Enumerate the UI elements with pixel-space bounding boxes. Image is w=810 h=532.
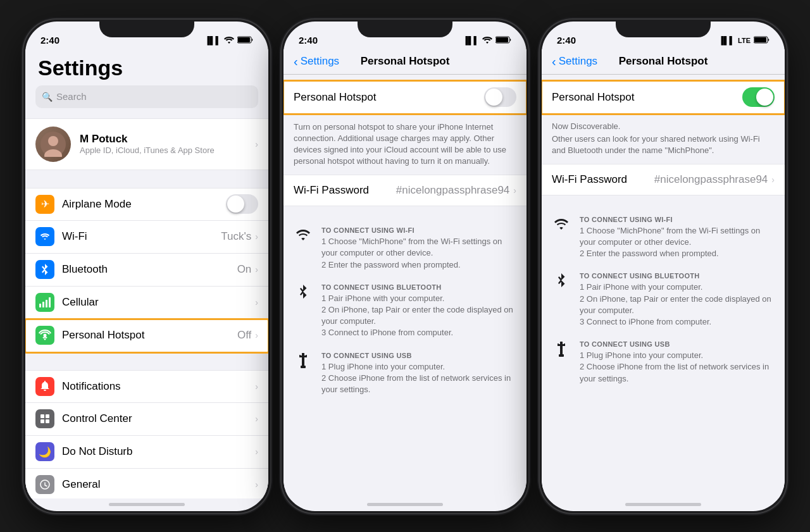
svg-rect-6 [42, 302, 44, 307]
connect-bt-3: TO CONNECT USING BLUETOOTH 1 Pair iPhone… [552, 272, 775, 328]
settings-cell-notifications[interactable]: Notifications › [25, 370, 268, 403]
status-icons-3: ▐▌▌ LTE [719, 36, 770, 46]
nav-back-chevron-3: ‹ [552, 54, 556, 69]
hotspot-toggle-2[interactable] [484, 87, 516, 107]
cellular-label: Cellular [62, 296, 255, 309]
settings-cell-general[interactable]: General › [25, 469, 268, 498]
separator-1 [25, 352, 268, 370]
search-icon: 🔍 [42, 92, 53, 102]
cellular-chevron: › [255, 297, 258, 307]
settings-cell-hotspot[interactable]: Personal Hotspot Off › [25, 319, 268, 352]
usb-connect-text-2: TO CONNECT USING USB 1 Plug iPhone into … [321, 352, 516, 396]
account-chevron: › [255, 139, 258, 149]
svg-point-9 [44, 334, 47, 337]
notch-1 [99, 20, 194, 37]
general-icon [35, 475, 54, 494]
wifi-password-label-3: Wi-Fi Password [552, 173, 654, 186]
svg-rect-10 [40, 414, 44, 418]
wifi-connect-text-3: TO CONNECT USING WI-FI 1 Choose "MichPho… [580, 216, 775, 260]
battery-icon-3 [754, 36, 770, 46]
wifi-password-chevron-2: › [513, 185, 516, 195]
svg-point-3 [48, 136, 58, 146]
notifications-chevron: › [255, 381, 258, 392]
bt-step-3-3: 3 Connect to iPhone from computer. [580, 316, 775, 328]
settings-cell-dnd[interactable]: 🌙 Do Not Disturb › [25, 436, 268, 469]
cellular-icon [35, 293, 54, 312]
settings-section-2: Notifications › Con [25, 370, 268, 498]
bt-connect-text-3: TO CONNECT USING BLUETOOTH 1 Pair iPhone… [580, 272, 775, 328]
connect-section-3: TO CONNECT USING WI-FI 1 Choose "MichPho… [542, 206, 785, 407]
hotspot-chevron: › [255, 330, 258, 340]
account-name: M Potuck [80, 133, 255, 145]
bt-step-2-2: 2 On iPhone, tap Pair or enter the code … [321, 304, 516, 327]
usb-step-2-3: 2 Choose iPhone from the list of network… [580, 361, 775, 384]
svg-rect-27 [558, 343, 559, 345]
bluetooth-chevron: › [255, 264, 258, 275]
svg-rect-7 [46, 300, 47, 307]
wifi-password-row-2[interactable]: Wi-Fi Password #nicelongpassphrase94 › [284, 175, 526, 206]
airplane-toggle[interactable] [226, 194, 258, 214]
phone-1: 2:40 ▐▌▌ Settings 🔍 Search [23, 20, 270, 513]
settings-cell-bluetooth[interactable]: Bluetooth On › [25, 254, 268, 287]
dnd-chevron: › [255, 447, 258, 457]
bt-connect-title-3: TO CONNECT USING BLUETOOTH [580, 272, 775, 280]
svg-rect-28 [564, 343, 565, 345]
phone-2: 2:40 ▐▌▌ ‹ Settings [282, 20, 528, 513]
svg-rect-5 [39, 304, 41, 307]
wifi-connect-text-2: TO CONNECT USING WI-FI 1 Choose "MichPho… [321, 226, 516, 271]
signal-icon-3: ▐▌▌ [719, 36, 735, 45]
connect-section-2: TO CONNECT USING WI-FI 1 Choose "MichPho… [284, 216, 526, 418]
bt-step-1-2: 1 Pair iPhone with your computer. [321, 293, 516, 304]
discoverable-sub: Other users can look for your shared net… [542, 133, 785, 164]
status-time-1: 2:40 [40, 35, 59, 46]
status-time-2: 2:40 [299, 35, 318, 46]
svg-rect-24 [754, 37, 766, 42]
hotspot-description-2: Turn on personal hotspot to share your i… [284, 114, 526, 175]
bt-step-2-3: 2 On iPhone, tap Pair or enter the code … [580, 294, 775, 316]
svg-rect-30 [559, 354, 564, 357]
wifi-connect-icon-2 [294, 228, 313, 242]
hotspot-toggle-3[interactable] [742, 87, 775, 107]
bt-step-1-3: 1 Pair iPhone with your computer. [580, 281, 775, 293]
hotspot-screen-2: ‹ Settings Personal Hotspot Personal Hot… [284, 49, 526, 498]
account-section[interactable]: M Potuck Apple ID, iCloud, iTunes & App … [25, 118, 268, 170]
usb-step-1-3: 1 Plug iPhone into your computer. [580, 350, 775, 361]
bt-step-3-2: 3 Connect to iPhone from computer. [321, 327, 516, 338]
control-chevron: › [255, 414, 258, 424]
signal-icon-2: ▐▌▌ [463, 36, 479, 45]
hotspot-toggle-row-2[interactable]: Personal Hotspot [284, 81, 526, 114]
account-subtitle: Apple ID, iCloud, iTunes & App Store [80, 145, 255, 155]
settings-cell-airplane[interactable]: ✈ Airplane Mode [25, 188, 268, 221]
svg-rect-8 [49, 297, 51, 307]
status-icons-2: ▐▌▌ [463, 36, 511, 46]
bt-connect-icon-3 [552, 273, 571, 287]
svg-rect-12 [40, 419, 44, 423]
svg-rect-11 [46, 414, 49, 418]
nav-back-3[interactable]: ‹ Settings [552, 54, 597, 69]
wifi-icon [35, 227, 54, 246]
settings-cell-cellular[interactable]: Cellular › [25, 287, 268, 319]
usb-connect-icon-2 [294, 353, 313, 368]
wifi-password-row-3[interactable]: Wi-Fi Password #nicelongpassphrase94 › [542, 164, 785, 195]
notch-3 [616, 20, 711, 37]
dnd-label: Do Not Disturb [62, 445, 255, 458]
settings-cell-wifi[interactable]: Wi-Fi Tuck's › [25, 221, 268, 254]
airplane-label: Airplane Mode [62, 198, 226, 211]
nav-bar-2: ‹ Settings Personal Hotspot [284, 49, 526, 75]
battery-icon [237, 36, 253, 46]
hotspot-label: Personal Hotspot [62, 329, 237, 342]
settings-cell-control[interactable]: Control Center › [25, 403, 268, 436]
wifi-step-1-2: 1 Choose "MichPhone" from the Wi-Fi sett… [321, 236, 516, 259]
wifi-password-label-2: Wi-Fi Password [294, 184, 396, 197]
battery-icon-2 [495, 36, 511, 46]
nav-back-2[interactable]: ‹ Settings [294, 54, 339, 69]
bt-connect-icon-2 [294, 285, 313, 299]
nav-title-3: Personal Hotspot [619, 55, 708, 68]
bt-connect-text-2: TO CONNECT USING BLUETOOTH 1 Pair iPhone… [321, 283, 516, 339]
search-placeholder: Search [56, 91, 87, 102]
search-bar[interactable]: 🔍 Search [35, 85, 258, 108]
hotspot-toggle-row-3[interactable]: Personal Hotspot [542, 81, 785, 114]
usb-step-2-2: 2 Choose iPhone from the list of network… [321, 373, 516, 395]
account-info: M Potuck Apple ID, iCloud, iTunes & App … [80, 133, 255, 155]
usb-connect-text-3: TO CONNECT USING USB 1 Plug iPhone into … [580, 340, 775, 385]
